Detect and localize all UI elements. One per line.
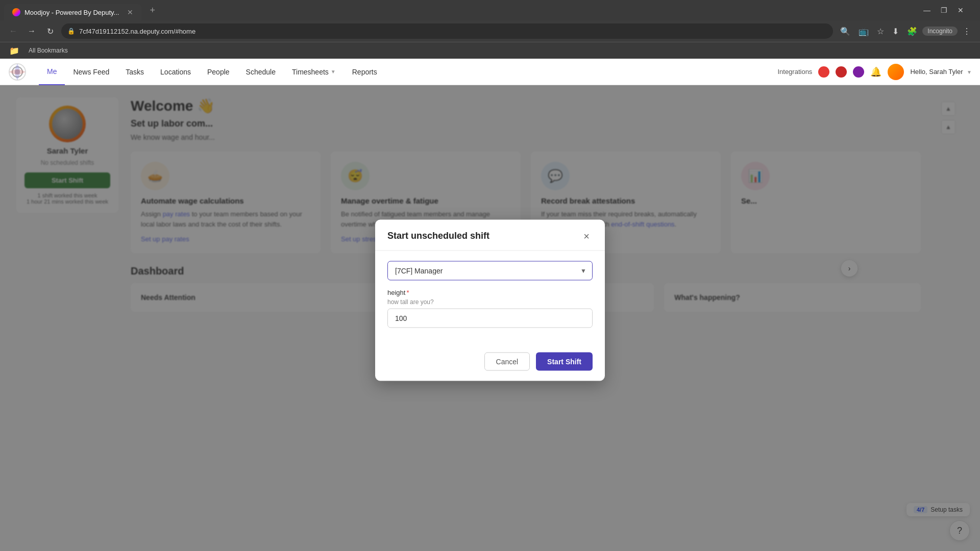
modal-body: [7CF] Manager ▼ height* how tall are you… [375, 251, 605, 346]
close-window-button[interactable]: ✕ [953, 5, 968, 15]
nav-item-locations[interactable]: Locations [152, 59, 199, 85]
height-field-group: height* how tall are you? [387, 288, 593, 328]
start-shift-modal-button[interactable]: Start Shift [536, 352, 593, 370]
height-field-label: height* [387, 288, 593, 296]
start-unscheduled-shift-modal: Start unscheduled shift × [7CF] Manager … [375, 219, 605, 381]
toolbar-icons: 🔍 📺 ☆ ⬇ 🧩 Incognito ⋮ [837, 24, 974, 38]
tab-title: Moodjoy - Powered By Deputy... [24, 9, 119, 16]
minimize-button[interactable]: — [919, 5, 935, 15]
window-controls: — ❐ ✕ [919, 5, 976, 15]
forward-button[interactable]: → [24, 24, 39, 38]
height-input[interactable] [387, 308, 593, 328]
tab-favicon [12, 8, 20, 16]
maximize-button[interactable]: ❐ [937, 5, 951, 15]
cancel-button[interactable]: Cancel [484, 352, 530, 370]
all-bookmarks-item[interactable]: All Bookmarks [29, 47, 68, 54]
required-indicator: * [406, 288, 409, 296]
location-role-select-group: [7CF] Manager ▼ [387, 261, 593, 280]
location-role-select[interactable]: [7CF] Manager [387, 261, 593, 280]
nav-item-newsfeed[interactable]: News Feed [65, 59, 117, 85]
download-icon[interactable]: ⬇ [889, 24, 902, 38]
browser-chrome: Moodjoy - Powered By Deputy... ✕ + — ❐ ✕… [0, 0, 980, 59]
integration-badge-red[interactable] [818, 66, 829, 78]
nav-item-schedule[interactable]: Schedule [238, 59, 284, 85]
browser-tabs: Moodjoy - Powered By Deputy... ✕ + — ❐ ✕ [0, 0, 980, 20]
modal-header: Start unscheduled shift × [375, 219, 605, 251]
bookmark-icon[interactable]: ☆ [874, 24, 887, 38]
nav-item-timesheets[interactable]: Timesheets ▼ [284, 59, 344, 85]
active-tab[interactable]: Moodjoy - Powered By Deputy... ✕ [4, 4, 141, 20]
refresh-button[interactable]: ↻ [43, 24, 57, 38]
url-text: 7cf47d19112152.na.deputy.com/#home [79, 28, 195, 35]
nav-right: Integrations 🔔 Hello, Sarah Tyler ▼ [777, 64, 972, 80]
nav-items: Me News Feed Tasks Locations People Sche… [39, 59, 777, 85]
browser-toolbar: ← → ↻ 🔒 7cf47d19112152.na.deputy.com/#ho… [0, 20, 980, 42]
incognito-label: Incognito [927, 28, 952, 35]
cast-icon[interactable]: 📺 [855, 24, 872, 38]
menu-icon[interactable]: ⋮ [960, 24, 974, 38]
nav-item-reports[interactable]: Reports [344, 59, 385, 85]
app-logo [8, 63, 27, 81]
user-avatar-nav [888, 64, 904, 80]
lock-icon: 🔒 [67, 28, 75, 35]
bookmarks-bar: 📁 All Bookmarks [0, 42, 980, 59]
modal-close-button[interactable]: × [580, 230, 593, 242]
tab-close-button[interactable]: ✕ [127, 8, 133, 16]
new-tab-button[interactable]: + [145, 5, 159, 16]
select-wrapper: [7CF] Manager ▼ [387, 261, 593, 280]
app-container: Me News Feed Tasks Locations People Sche… [0, 59, 980, 551]
hello-user-arrow-icon: ▼ [967, 69, 972, 75]
modal-title: Start unscheduled shift [387, 231, 489, 241]
nav-item-me[interactable]: Me [39, 59, 65, 85]
nav-item-people[interactable]: People [199, 59, 238, 85]
notification-bell[interactable]: 🔔 [870, 66, 881, 78]
integration-badge-darkred[interactable] [836, 66, 847, 78]
bookmarks-folder-icon: 📁 [6, 44, 22, 58]
integrations-label: Integrations [777, 68, 812, 76]
incognito-badge: Incognito [922, 27, 958, 36]
address-bar[interactable]: 🔒 7cf47d19112152.na.deputy.com/#home [61, 23, 833, 39]
modal-footer: Cancel Start Shift [375, 346, 605, 381]
timesheets-arrow-icon: ▼ [331, 69, 336, 74]
integration-badge-purple[interactable] [853, 66, 864, 78]
height-field-hint: how tall are you? [387, 298, 593, 305]
extension-icon[interactable]: 🧩 [904, 24, 920, 38]
app-nav: Me News Feed Tasks Locations People Sche… [0, 59, 980, 85]
search-icon[interactable]: 🔍 [837, 24, 853, 38]
hello-user-label[interactable]: Hello, Sarah Tyler ▼ [910, 68, 972, 76]
nav-item-tasks[interactable]: Tasks [117, 59, 152, 85]
back-button[interactable]: ← [6, 24, 20, 38]
